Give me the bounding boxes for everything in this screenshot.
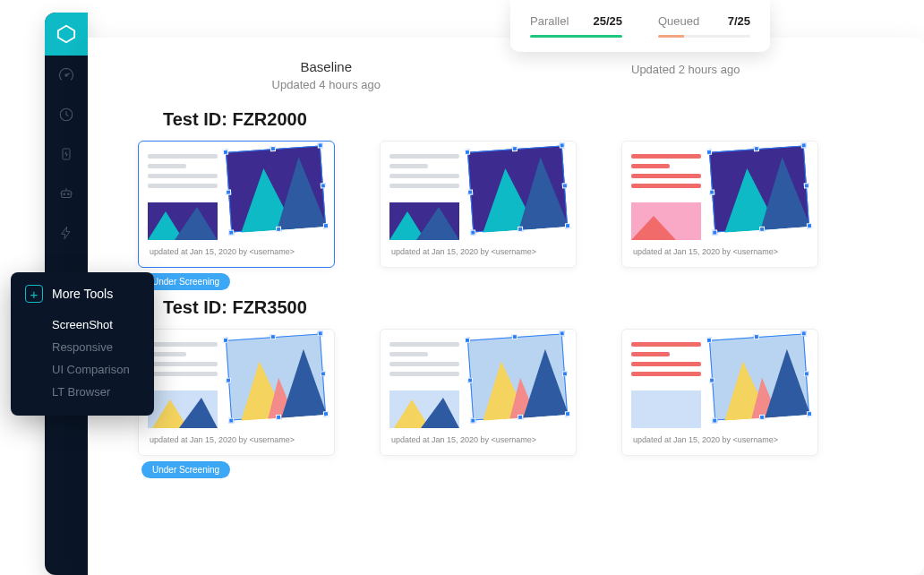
status-panel: Parallel 25/25 Queued 7/25 xyxy=(510,0,770,52)
screenshot-card[interactable]: updated at Jan 15, 2020 by <username> xyxy=(621,141,818,268)
svg-point-6 xyxy=(68,193,70,195)
svg-rect-4 xyxy=(62,191,72,198)
bolt-icon[interactable] xyxy=(45,213,88,253)
svg-marker-24 xyxy=(421,398,459,428)
card-footer: updated at Jan 15, 2020 by <username> xyxy=(631,428,808,446)
status-parallel-value: 25/25 xyxy=(593,14,622,28)
screenshot-card[interactable]: updated at Jan 15, 2020 by <username> xyxy=(380,329,577,456)
test-section: Test ID: FZR2000 updated at Jan 15, 2020… xyxy=(138,109,874,290)
svg-marker-0 xyxy=(58,26,74,42)
card-footer: updated at Jan 15, 2020 by <username> xyxy=(148,428,325,446)
svg-point-5 xyxy=(64,193,65,195)
dashboard-icon[interactable] xyxy=(45,56,88,95)
logo[interactable] xyxy=(45,13,88,56)
robot-icon[interactable] xyxy=(45,174,88,213)
menu-item-screenshot[interactable]: ScreenShot xyxy=(25,313,140,336)
status-parallel: Parallel 25/25 xyxy=(530,14,622,38)
card-footer: updated at Jan 15, 2020 by <username> xyxy=(631,240,808,258)
test-title: Test ID: FZR2000 xyxy=(163,109,874,130)
plus-icon: + xyxy=(25,285,43,303)
card-footer: updated at Jan 15, 2020 by <username> xyxy=(389,240,567,258)
test-title: Test ID: FZR3500 xyxy=(163,297,874,318)
status-parallel-label: Parallel xyxy=(530,14,569,28)
status-badge: Under Screening xyxy=(141,273,230,290)
baseline-title: Baseline xyxy=(272,59,381,74)
screenshot-card[interactable]: updated at Jan 15, 2020 by <username> xyxy=(380,141,577,268)
status-badge: Under Screening xyxy=(141,461,230,478)
menu-item-lt-browser[interactable]: LT Browser xyxy=(25,381,140,403)
compare-header: Updated 2 hours ago xyxy=(631,59,740,91)
svg-marker-19 xyxy=(179,398,218,428)
menu-title: More Tools xyxy=(52,287,113,301)
baseline-subtitle: Updated 4 hours ago xyxy=(272,78,381,91)
svg-marker-8 xyxy=(175,207,218,240)
card-footer: updated at Jan 15, 2020 by <username> xyxy=(148,240,325,258)
status-queued-value: 7/25 xyxy=(728,14,750,28)
status-queued: Queued 7/25 xyxy=(658,14,750,38)
menu-header: + More Tools xyxy=(25,285,140,303)
menu-item-responsive[interactable]: Responsive xyxy=(25,336,140,358)
header-row: Baseline Updated 4 hours ago Updated 2 h… xyxy=(88,38,924,102)
screenshot-card[interactable]: updated at Jan 15, 2020 by <username> xyxy=(138,329,335,456)
battery-icon[interactable] xyxy=(45,134,88,174)
baseline-header: Baseline Updated 4 hours ago xyxy=(272,59,381,91)
screenshot-card[interactable]: updated at Jan 15, 2020 by <username> xyxy=(621,329,818,456)
menu-item-ui-comparison[interactable]: UI Comparison xyxy=(25,358,140,381)
content: Test ID: FZR2000 updated at Jan 15, 2020… xyxy=(88,109,924,478)
clock-icon[interactable] xyxy=(45,95,88,134)
status-queued-label: Queued xyxy=(658,14,699,28)
svg-marker-12 xyxy=(416,207,459,240)
card-row: updated at Jan 15, 2020 by <username> Un… xyxy=(138,141,874,290)
compare-subtitle: Updated 2 hours ago xyxy=(631,63,740,76)
test-section: Test ID: FZR3500 updated at Jan 15, 2020… xyxy=(138,297,874,478)
card-footer: updated at Jan 15, 2020 by <username> xyxy=(389,428,567,446)
screenshot-card[interactable]: updated at Jan 15, 2020 by <username> xyxy=(138,141,335,268)
main-panel: Baseline Updated 4 hours ago Updated 2 h… xyxy=(88,38,924,575)
more-tools-menu: + More Tools ScreenShot Responsive UI Co… xyxy=(11,272,154,416)
card-row: updated at Jan 15, 2020 by <username> Un… xyxy=(138,329,874,478)
svg-marker-15 xyxy=(631,216,676,240)
